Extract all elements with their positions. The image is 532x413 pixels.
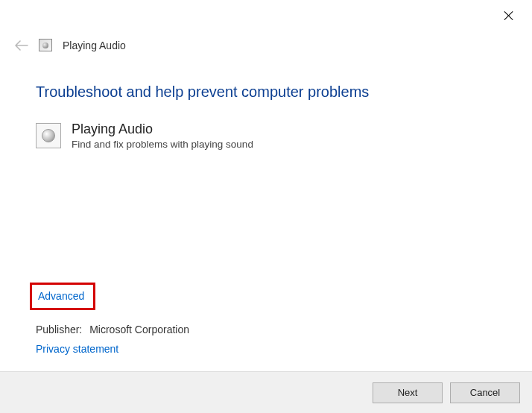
publisher-row: Publisher: Microsoft Corporation xyxy=(36,324,189,335)
audio-troubleshooter-icon xyxy=(36,123,61,148)
back-arrow-icon[interactable] xyxy=(15,40,28,51)
publisher-value: Microsoft Corporation xyxy=(89,324,189,335)
advanced-highlight: Advanced xyxy=(30,283,95,310)
window-title: Playing Audio xyxy=(63,40,126,51)
page-heading: Troubleshoot and help prevent computer p… xyxy=(36,83,502,101)
cancel-button[interactable]: Cancel xyxy=(450,382,520,403)
close-icon[interactable] xyxy=(502,9,516,22)
troubleshooter-icon xyxy=(39,39,52,51)
troubleshooter-title: Playing Audio xyxy=(72,122,253,137)
troubleshooter-item: Playing Audio Find and fix problems with… xyxy=(36,122,502,150)
troubleshooter-description: Find and fix problems with playing sound xyxy=(72,139,253,150)
privacy-statement-link[interactable]: Privacy statement xyxy=(36,343,118,355)
advanced-link[interactable]: Advanced xyxy=(38,290,84,302)
next-button[interactable]: Next xyxy=(373,382,443,403)
titlebar: Playing Audio xyxy=(15,39,126,51)
content-area: Troubleshoot and help prevent computer p… xyxy=(36,83,502,150)
publisher-label: Publisher: xyxy=(36,324,82,335)
button-bar: Next Cancel xyxy=(0,371,532,413)
